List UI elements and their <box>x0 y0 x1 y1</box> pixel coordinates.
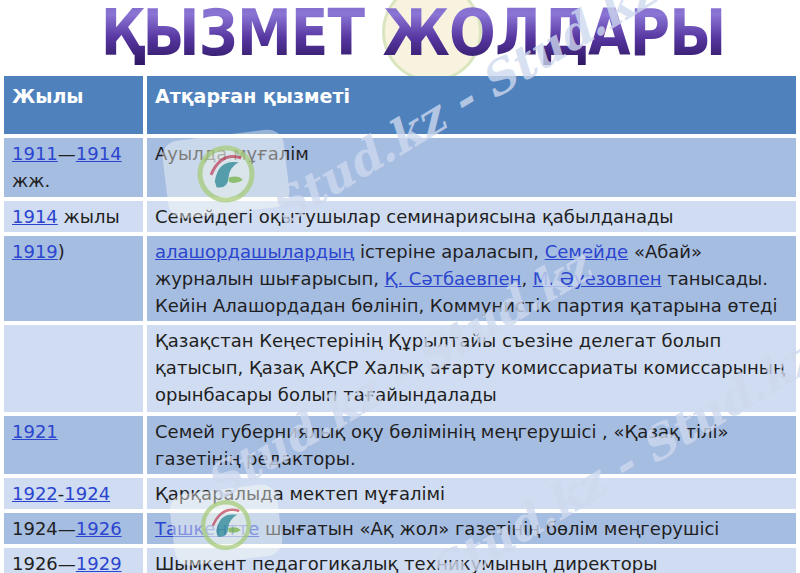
cell-text: , <box>521 268 532 289</box>
cell-text: жылы <box>58 206 120 227</box>
cell-text: — <box>58 143 76 164</box>
cell-text: 1924— <box>12 518 76 539</box>
year-link[interactable]: 1914 <box>12 206 58 227</box>
year-cell: 1914 жылы <box>4 201 143 232</box>
role-cell: алашордашылардың істеріне араласып, Семе… <box>147 236 796 321</box>
year-link[interactable]: 1921 <box>12 421 58 442</box>
cell-text: ) <box>58 241 65 262</box>
year-cell: 1919) <box>4 236 143 321</box>
year-link[interactable]: 1929 <box>76 553 122 573</box>
year-link[interactable]: 1911 <box>12 143 58 164</box>
cell-text: Семей губерниялық оқу бөлімінің меңгеруш… <box>155 421 729 469</box>
cell-text: жж. <box>12 170 50 191</box>
role-cell: Шымкент педагогикалық техникумының дирек… <box>147 548 796 573</box>
role-cell: Қарқаралыда мектеп мұғалімі <box>147 478 796 509</box>
inline-link[interactable]: Семейде <box>545 241 629 262</box>
year-link[interactable]: 1919 <box>12 241 58 262</box>
year-cell: 1921 <box>4 416 143 474</box>
table-row: 1919)алашордашылардың істеріне араласып,… <box>4 236 796 321</box>
role-cell: Ташкентте шығатын «Ақ жол» газетінің бөл… <box>147 513 796 544</box>
page-title: ҚЫЗМЕТ ЖОЛДАРЫ <box>75 0 725 66</box>
table-row: Қазақстан Кеңестерінің Құрылтайы съезіне… <box>4 325 796 412</box>
column-header-role: Атқарған қызметі <box>147 76 796 134</box>
career-table: Жылы Атқарған қызметі 1911—1914 жж.Ауылд… <box>0 72 800 573</box>
role-cell: Семей губерниялық оқу бөлімінің меңгеруш… <box>147 416 796 474</box>
role-cell: Ауылда мұғалім <box>147 138 796 197</box>
table-row: 1914 жылыСемейдегі оқытушылар семинарияс… <box>4 201 796 232</box>
cell-text: Семейдегі оқытушылар семинариясына қабыл… <box>155 206 674 227</box>
table-row: 1924—1926Ташкентте шығатын «Ақ жол» газе… <box>4 513 796 544</box>
year-cell: 1926—1929 <box>4 548 143 573</box>
year-link[interactable]: 1924 <box>64 483 110 504</box>
year-cell: 1922-1924 <box>4 478 143 509</box>
inline-link[interactable]: Қ. Сәтбаевпен <box>385 268 522 289</box>
table-row: 1921Семей губерниялық оқу бөлімінің меңг… <box>4 416 796 474</box>
inline-link[interactable]: алашордашылардың <box>155 241 354 262</box>
role-cell: Семейдегі оқытушылар семинариясына қабыл… <box>147 201 796 232</box>
table-header-row: Жылы Атқарған қызметі <box>4 76 796 134</box>
inline-link[interactable]: Ташкентте <box>155 518 259 539</box>
title-area: ҚЫЗМЕТ ЖОЛДАРЫ <box>0 0 800 72</box>
year-link[interactable]: 1914 <box>76 143 122 164</box>
cell-text: істеріне араласып, <box>354 241 545 262</box>
slide-page: ҚЫЗМЕТ ЖОЛДАРЫ Жылы Атқарған қызметі 191… <box>0 0 800 573</box>
year-link[interactable]: 1926 <box>76 518 122 539</box>
cell-text: Қазақстан Кеңестерінің Құрылтайы съезіне… <box>155 330 785 405</box>
year-cell <box>4 325 143 412</box>
cell-text: шығатын «Ақ жол» газетінің бөлім меңгеру… <box>259 518 719 539</box>
inline-link[interactable]: М. Әуезовпен <box>533 268 662 289</box>
cell-text: Шымкент педагогикалық техникумының дирек… <box>155 553 657 573</box>
cell-text: Қарқаралыда мектеп мұғалімі <box>155 483 445 504</box>
table-row: 1911—1914 жж.Ауылда мұғалім <box>4 138 796 197</box>
year-cell: 1924—1926 <box>4 513 143 544</box>
cell-text: Ауылда мұғалім <box>155 143 309 164</box>
table-row: 1922-1924Қарқаралыда мектеп мұғалімі <box>4 478 796 509</box>
year-link[interactable]: 1922 <box>12 483 58 504</box>
table-row: 1926—1929Шымкент педагогикалық техникумы… <box>4 548 796 573</box>
cell-text: 1926— <box>12 553 76 573</box>
year-cell: 1911—1914 жж. <box>4 138 143 197</box>
role-cell: Қазақстан Кеңестерінің Құрылтайы съезіне… <box>147 325 796 412</box>
column-header-year: Жылы <box>4 76 143 134</box>
